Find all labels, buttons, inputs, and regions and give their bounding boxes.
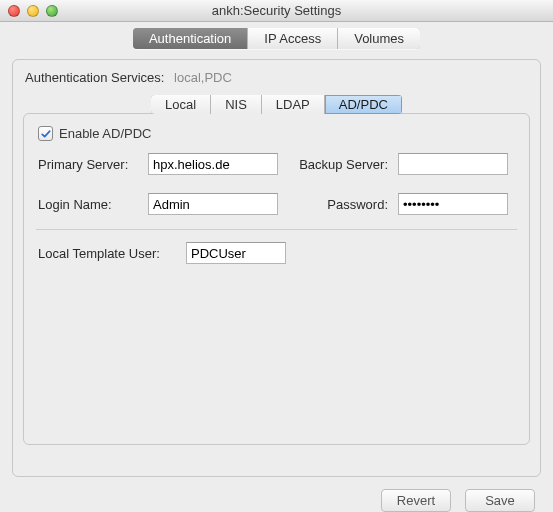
window-controls [8, 5, 58, 17]
save-button[interactable]: Save [465, 489, 535, 512]
tab-volumes[interactable]: Volumes [338, 28, 420, 49]
enable-adpdc-row: Enable AD/PDC [38, 126, 515, 141]
password-label: Password: [288, 197, 388, 212]
local-template-row: Local Template User: [38, 242, 515, 264]
subtab-nis[interactable]: NIS [211, 95, 262, 114]
subtab-ldap[interactable]: LDAP [262, 95, 325, 114]
auth-subtabs: Local NIS LDAP AD/PDC [23, 95, 530, 114]
main-tabs: Authentication IP Access Volumes [0, 22, 553, 51]
server-login-grid: Primary Server: Backup Server: Login Nam… [38, 153, 515, 215]
login-name-label: Login Name: [38, 197, 138, 212]
auth-services-row: Authentication Services: local,PDC [23, 70, 530, 95]
titlebar: ankh:Security Settings [0, 0, 553, 22]
local-template-input[interactable] [186, 242, 286, 264]
subtab-local[interactable]: Local [151, 95, 211, 114]
local-template-label: Local Template User: [38, 246, 178, 261]
backup-server-input[interactable] [398, 153, 508, 175]
backup-server-label: Backup Server: [288, 157, 388, 172]
auth-services-value: local,PDC [174, 70, 232, 85]
subtab-adpdc[interactable]: AD/PDC [325, 95, 402, 114]
auth-services-label: Authentication Services: [25, 70, 164, 85]
enable-adpdc-checkbox[interactable] [38, 126, 53, 141]
revert-button[interactable]: Revert [381, 489, 451, 512]
primary-server-label: Primary Server: [38, 157, 138, 172]
primary-server-input[interactable] [148, 153, 278, 175]
password-input[interactable] [398, 193, 508, 215]
tab-authentication[interactable]: Authentication [133, 28, 248, 49]
authentication-panel: Authentication Services: local,PDC Local… [12, 59, 541, 477]
minimize-icon[interactable] [27, 5, 39, 17]
zoom-icon[interactable] [46, 5, 58, 17]
window-title: ankh:Security Settings [0, 3, 553, 18]
login-name-input[interactable] [148, 193, 278, 215]
close-icon[interactable] [8, 5, 20, 17]
tab-ip-access[interactable]: IP Access [248, 28, 338, 49]
footer-buttons: Revert Save [0, 483, 553, 512]
adpdc-panel: Enable AD/PDC Primary Server: Backup Ser… [23, 113, 530, 445]
check-icon [40, 128, 52, 140]
divider [36, 229, 517, 230]
enable-adpdc-label: Enable AD/PDC [59, 126, 152, 141]
